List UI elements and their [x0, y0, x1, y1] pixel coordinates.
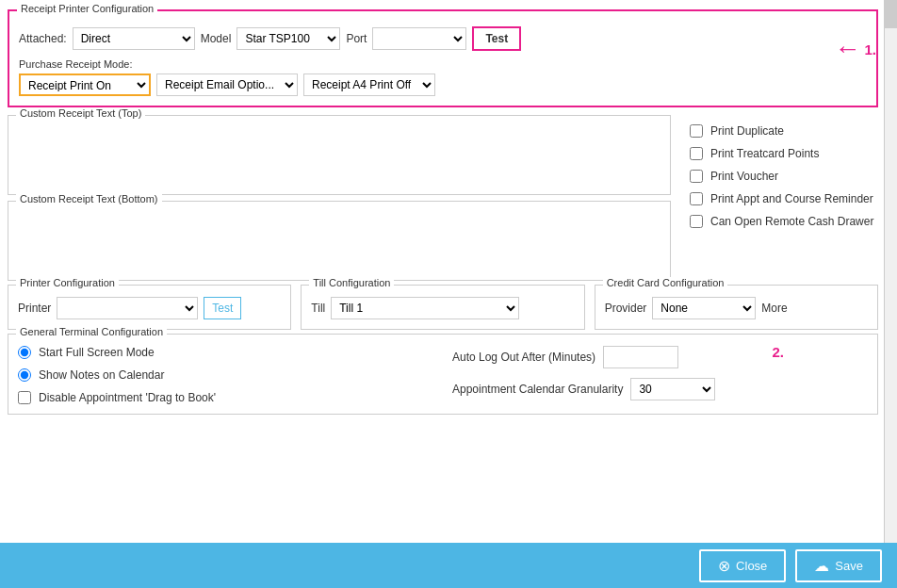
- credit-card-config-box: Credit Card Configuration Provider None …: [595, 285, 878, 330]
- printer-label: Printer: [18, 302, 51, 315]
- printer-test-button[interactable]: Test: [204, 297, 241, 319]
- print-duplicate-row: Print Duplicate: [690, 124, 878, 138]
- start-full-screen-row: Start Full Screen Mode: [18, 346, 433, 359]
- more-link[interactable]: More: [761, 302, 787, 315]
- receipt-printer-config-title: Receipt Printer Configuration: [17, 3, 157, 14]
- custom-receipt-bottom-box: Custom Receipt Text (Bottom): [8, 201, 671, 281]
- can-open-checkbox[interactable]: [690, 215, 703, 228]
- credit-card-config-title: Credit Card Configuration: [603, 277, 728, 288]
- custom-text-checkboxes-row: Custom Receipt Text (Top) Custom Receipt…: [8, 115, 878, 281]
- provider-select[interactable]: None: [652, 297, 756, 319]
- disable-drag-label: Disable Appointment 'Drag to Book': [39, 391, 216, 404]
- port-select[interactable]: [372, 27, 466, 50]
- scrollbar-thumb[interactable]: [885, 0, 897, 28]
- annotation-2: 2.: [772, 344, 784, 360]
- printer-select[interactable]: [57, 297, 198, 319]
- custom-receipt-top-label: Custom Receipt Text (Top): [16, 107, 145, 119]
- print-treatcard-label: Print Treatcard Points: [710, 147, 819, 160]
- print-appt-checkbox[interactable]: [690, 192, 703, 205]
- provider-label: Provider: [605, 302, 647, 315]
- print-treatcard-row: Print Treatcard Points: [690, 147, 878, 160]
- show-notes-radio[interactable]: [18, 368, 31, 382]
- can-open-label: Can Open Remote Cash Drawer: [710, 215, 873, 228]
- annotation-1: ← 1.: [834, 36, 876, 62]
- receipt-mode-select[interactable]: Receipt Print On: [19, 74, 151, 96]
- print-appt-label: Print Appt and Course Reminder: [710, 192, 873, 205]
- receipt-printer-config-section: Receipt Printer Configuration Attached: …: [8, 9, 878, 107]
- save-icon: ☁: [814, 557, 829, 575]
- granularity-select[interactable]: 30: [630, 378, 715, 400]
- save-label: Save: [835, 559, 863, 573]
- print-voucher-row: Print Voucher: [690, 170, 878, 183]
- general-terminal-title: General Terminal Configuration: [16, 326, 167, 337]
- receipt-email-select[interactable]: Receipt Email Optio...: [156, 74, 298, 96]
- print-treatcard-checkbox[interactable]: [690, 147, 703, 160]
- port-label: Port: [346, 32, 367, 45]
- show-notes-row: Show Notes on Calendar: [18, 368, 433, 382]
- custom-receipt-bottom-label: Custom Receipt Text (Bottom): [16, 193, 162, 204]
- auto-logout-input[interactable]: [603, 346, 678, 368]
- print-voucher-label: Print Voucher: [710, 170, 778, 183]
- till-config-box: Till Configuration Till Till 1: [301, 285, 584, 330]
- print-voucher-checkbox[interactable]: [690, 170, 703, 183]
- granularity-label: Appointment Calendar Granularity: [452, 383, 623, 396]
- printer-config-box: Printer Configuration Printer Test: [8, 285, 291, 330]
- general-right-col: Auto Log Out After (Minutes) Appointment…: [452, 346, 868, 404]
- print-duplicate-label: Print Duplicate: [710, 124, 784, 138]
- disable-drag-row: Disable Appointment 'Drag to Book': [18, 391, 433, 404]
- till-config-title: Till Configuration: [309, 277, 394, 288]
- model-label: Model: [201, 32, 232, 45]
- scrollbar[interactable]: [884, 0, 897, 543]
- till-label: Till: [311, 302, 325, 315]
- purchase-receipt-mode-label: Purchase Receipt Mode:: [19, 58, 867, 70]
- auto-logout-label: Auto Log Out After (Minutes): [452, 351, 595, 364]
- till-select[interactable]: Till 1: [331, 297, 519, 319]
- custom-receipt-top-box: Custom Receipt Text (Top): [8, 115, 671, 195]
- close-icon: ⊗: [718, 557, 730, 575]
- footer-bar: ⊗ Close ☁ Save: [0, 543, 897, 588]
- can-open-row: Can Open Remote Cash Drawer: [690, 215, 878, 228]
- print-duplicate-checkbox[interactable]: [690, 124, 703, 138]
- receipt-a4-select[interactable]: Receipt A4 Print Off: [303, 74, 435, 96]
- print-appt-row: Print Appt and Course Reminder: [690, 192, 878, 205]
- test-button[interactable]: Test: [472, 26, 521, 51]
- custom-receipt-bottom-input[interactable]: [18, 211, 661, 268]
- save-button[interactable]: ☁ Save: [795, 549, 882, 582]
- printer-config-title: Printer Configuration: [16, 277, 119, 288]
- attached-select[interactable]: Direct: [73, 27, 195, 50]
- general-terminal-section: General Terminal Configuration Start Ful…: [8, 334, 878, 415]
- general-left-col: Start Full Screen Mode Show Notes on Cal…: [18, 346, 433, 404]
- checkboxes-column: Print Duplicate Print Treatcard Points P…: [671, 115, 878, 281]
- custom-receipt-top-input[interactable]: [18, 125, 661, 182]
- attached-label: Attached:: [19, 32, 67, 45]
- granularity-row: Appointment Calendar Granularity 30: [452, 378, 868, 400]
- start-full-screen-label: Start Full Screen Mode: [39, 346, 155, 359]
- close-label: Close: [736, 559, 767, 573]
- disable-drag-checkbox[interactable]: [18, 391, 31, 404]
- model-select[interactable]: Star TSP100: [236, 27, 340, 50]
- show-notes-label: Show Notes on Calendar: [39, 368, 164, 382]
- three-config-row: Printer Configuration Printer Test Till …: [8, 285, 878, 330]
- auto-logout-row: Auto Log Out After (Minutes): [452, 346, 868, 368]
- close-button[interactable]: ⊗ Close: [699, 549, 786, 582]
- start-full-screen-radio[interactable]: [18, 346, 31, 359]
